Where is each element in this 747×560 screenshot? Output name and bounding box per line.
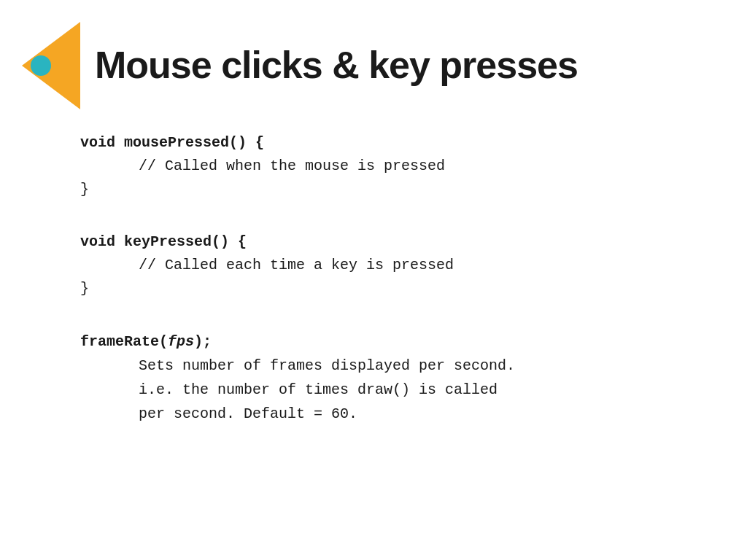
framerate-param: fps xyxy=(168,333,194,350)
key-pressed-block: void keyPressed() { // Called each time … xyxy=(80,230,689,300)
framerate-desc-line2: i.e. the number of times draw() is calle… xyxy=(80,378,689,402)
framerate-desc-line3: per second. Default = 60. xyxy=(80,402,689,426)
mouse-pressed-closing: } xyxy=(80,178,689,201)
key-pressed-comment: // Called each time a key is pressed xyxy=(80,254,689,277)
header: Mouse clicks & key presses xyxy=(0,0,747,124)
framerate-block: frameRate(fps); Sets number of frames di… xyxy=(80,330,689,426)
content-area: void mousePressed() { // Called when the… xyxy=(0,124,747,440)
logo-container xyxy=(22,22,80,109)
mouse-pressed-signature: void mousePressed() { xyxy=(80,134,264,151)
mouse-pressed-comment: // Called when the mouse is pressed xyxy=(80,155,689,178)
key-pressed-closing: } xyxy=(80,277,689,300)
circle-icon xyxy=(31,55,51,76)
framerate-desc-line1: Sets number of frames displayed per seco… xyxy=(80,354,689,378)
mouse-pressed-block: void mousePressed() { // Called when the… xyxy=(80,131,689,201)
mouse-pressed-line1: void mousePressed() { xyxy=(80,131,689,155)
page-title: Mouse clicks & key presses xyxy=(95,44,578,86)
framerate-keyword: frameRate(fps); xyxy=(80,333,212,350)
key-pressed-line1: void keyPressed() { xyxy=(80,230,689,254)
key-pressed-signature: void keyPressed() { xyxy=(80,233,247,250)
framerate-line1: frameRate(fps); xyxy=(80,330,689,354)
